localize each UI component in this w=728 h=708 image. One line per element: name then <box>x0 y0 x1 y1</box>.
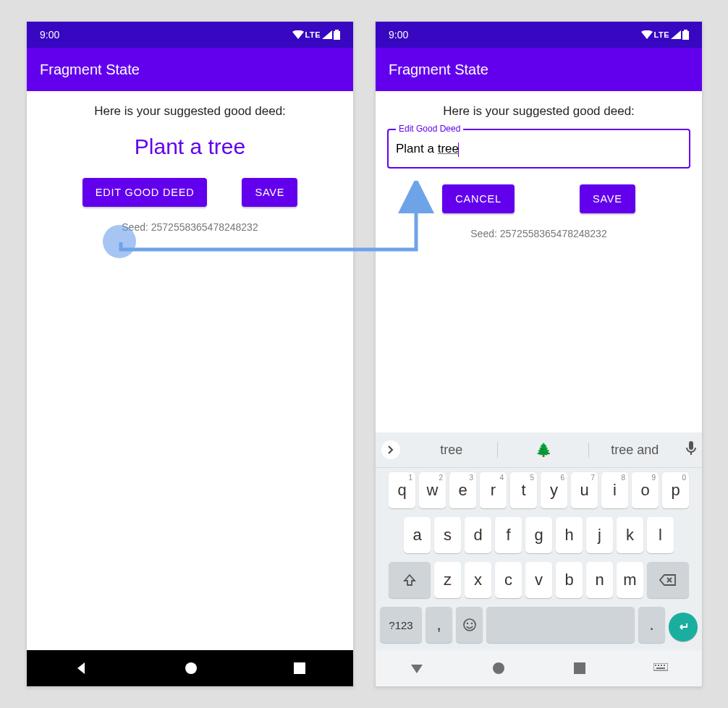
key-row-2: asdfghjkl <box>376 513 702 558</box>
nav-home-icon[interactable] <box>184 661 198 675</box>
app-bar: Fragment State <box>27 48 353 91</box>
prompt-text: Here is your suggested good deed: <box>27 104 353 119</box>
nav-recent-icon[interactable] <box>293 662 306 675</box>
svg-rect-1 <box>294 662 305 674</box>
wifi-icon <box>292 30 304 39</box>
key-r[interactable]: r4 <box>480 472 507 508</box>
battery-icon <box>682 30 689 40</box>
suggestion-bar: tree 🌲 tree and <box>376 432 702 468</box>
soft-keyboard[interactable]: tree 🌲 tree and q1w2e3r4t5y6u7i8o9p0 asd… <box>376 432 702 650</box>
phone-edit-state: 9:00 LTE Fragment State Here is your sug… <box>375 21 703 687</box>
svg-rect-12 <box>656 668 665 669</box>
svg-rect-9 <box>658 665 659 666</box>
nav-bar <box>27 650 353 686</box>
key-c[interactable]: c <box>495 562 522 598</box>
nav-keyboard-icon[interactable] <box>653 663 668 673</box>
key-emoji[interactable] <box>456 607 483 643</box>
field-label: Edit Good Deed <box>396 124 463 134</box>
svg-rect-6 <box>574 662 585 674</box>
status-bar: 9:00 LTE <box>376 22 702 48</box>
key-w[interactable]: w2 <box>419 472 446 508</box>
svg-rect-10 <box>661 665 662 666</box>
signal-icon <box>322 30 332 39</box>
battery-icon <box>334 30 340 40</box>
key-t[interactable]: t5 <box>510 472 537 508</box>
edit-good-deed-field[interactable]: Edit Good Deed Plant a tree <box>387 129 690 169</box>
key-period[interactable]: . <box>638 607 665 643</box>
save-button[interactable]: SAVE <box>580 184 635 213</box>
key-v[interactable]: v <box>525 562 552 598</box>
chevron-right-icon[interactable] <box>381 440 400 459</box>
svg-rect-11 <box>664 665 665 666</box>
status-time: 9:00 <box>389 29 408 40</box>
network-label: LTE <box>305 30 321 39</box>
network-label: LTE <box>654 30 669 39</box>
key-shift[interactable] <box>389 562 431 598</box>
key-e[interactable]: e3 <box>449 472 476 508</box>
key-enter[interactable] <box>669 613 698 641</box>
signal-icon <box>671 30 681 39</box>
status-icons: LTE <box>641 30 689 40</box>
key-z[interactable]: z <box>434 562 461 598</box>
svg-point-2 <box>464 619 475 631</box>
svg-rect-7 <box>653 663 668 670</box>
status-icons: LTE <box>292 30 340 40</box>
nav-back-icon[interactable] <box>75 661 89 675</box>
app-title: Fragment State <box>40 61 140 78</box>
suggestion-2[interactable]: 🌲 <box>497 442 589 458</box>
key-o[interactable]: o9 <box>632 472 659 508</box>
cancel-button[interactable]: CANCEL <box>442 184 515 213</box>
key-p[interactable]: p0 <box>662 472 689 508</box>
mic-icon[interactable] <box>680 441 702 459</box>
status-time: 9:00 <box>40 29 59 40</box>
suggestion-3[interactable]: tree and <box>588 443 680 458</box>
suggestion-1[interactable]: tree <box>406 443 497 458</box>
key-j[interactable]: j <box>586 517 613 553</box>
nav-recent-icon[interactable] <box>573 662 586 675</box>
phone-display-state: 9:00 LTE Fragment State Here is your sug… <box>26 21 354 687</box>
svg-point-3 <box>466 623 467 624</box>
app-title: Fragment State <box>389 61 488 78</box>
key-row-1: q1w2e3r4t5y6u7i8o9p0 <box>376 468 702 513</box>
svg-point-4 <box>470 623 472 624</box>
seed-text: Seed: 2572558365478248232 <box>27 221 353 233</box>
save-button[interactable]: SAVE <box>242 178 297 207</box>
status-bar: 9:00 LTE <box>27 22 353 48</box>
nav-home-icon[interactable] <box>491 661 506 675</box>
wifi-icon <box>641 30 653 39</box>
key-space[interactable] <box>486 607 635 643</box>
key-l[interactable]: l <box>647 517 674 553</box>
edit-input[interactable]: Plant a tree <box>396 142 459 155</box>
key-y[interactable]: y6 <box>541 472 567 508</box>
edit-good-deed-button[interactable]: EDIT GOOD DEED <box>82 178 208 207</box>
svg-point-5 <box>493 662 504 674</box>
good-deed-text: Plant a tree <box>27 135 353 159</box>
key-row-4: ?123 , . <box>376 602 702 650</box>
key-d[interactable]: d <box>465 517 491 553</box>
prompt-text: Here is your suggested good deed: <box>376 104 702 119</box>
app-bar: Fragment State <box>376 48 702 91</box>
tap-indicator <box>103 225 136 258</box>
key-u[interactable]: u7 <box>571 472 598 508</box>
key-f[interactable]: f <box>495 517 522 553</box>
svg-point-0 <box>185 662 197 674</box>
svg-rect-8 <box>655 665 656 666</box>
key-row-3: zxcvbnm <box>376 558 702 602</box>
nav-bar <box>376 650 702 686</box>
key-symbols[interactable]: ?123 <box>380 607 422 643</box>
key-i[interactable]: i8 <box>601 472 628 508</box>
key-g[interactable]: g <box>525 517 552 553</box>
key-x[interactable]: x <box>465 562 491 598</box>
key-q[interactable]: q1 <box>389 472 415 508</box>
key-b[interactable]: b <box>556 562 583 598</box>
key-s[interactable]: s <box>434 517 461 553</box>
key-m[interactable]: m <box>617 562 643 598</box>
key-n[interactable]: n <box>586 562 613 598</box>
nav-back-icon[interactable] <box>410 661 424 675</box>
key-backspace[interactable] <box>647 562 689 598</box>
seed-text: Seed: 2572558365478248232 <box>376 228 702 239</box>
key-k[interactable]: k <box>617 517 643 553</box>
key-a[interactable]: a <box>404 517 431 553</box>
key-h[interactable]: h <box>556 517 583 553</box>
key-comma[interactable]: , <box>426 607 452 643</box>
